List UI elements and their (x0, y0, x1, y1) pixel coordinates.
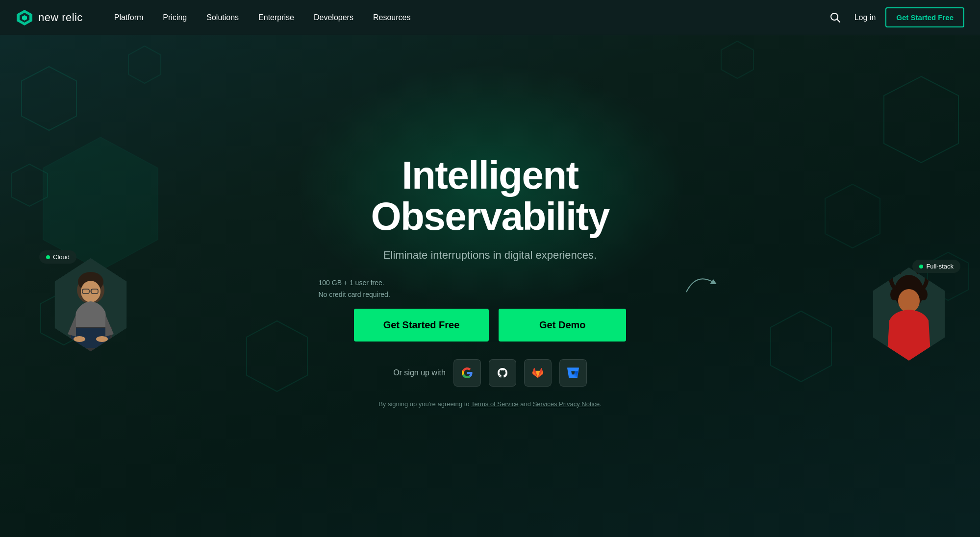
get-demo-button[interactable]: Get Demo (499, 309, 626, 342)
nav-solutions[interactable]: Solutions (199, 9, 247, 26)
nav-get-started-button[interactable]: Get Started Free (885, 7, 964, 27)
svg-point-32 (890, 289, 898, 300)
person-right-label: Full-stack (912, 260, 960, 273)
hex-deco-7 (823, 182, 882, 250)
hex-deco-5 (769, 310, 833, 383)
svg-marker-6 (11, 164, 48, 206)
search-icon (830, 12, 841, 23)
bitbucket-signup-button[interactable] (559, 359, 587, 387)
navbar: new relic Platform Pricing Solutions Ent… (0, 0, 980, 35)
person-right-avatar (867, 268, 951, 361)
svg-marker-34 (710, 279, 717, 284)
nav-resources[interactable]: Resources (365, 9, 418, 26)
get-started-button[interactable]: Get Started Free (354, 309, 489, 342)
signup-label: Or sign up with (393, 368, 446, 377)
hero-section: Cloud (0, 35, 980, 537)
hero-content: Intelligent Observability Eliminate inte… (279, 155, 701, 408)
hero-subtitle: Eliminate interruptions in digital exper… (279, 249, 701, 262)
dot-icon-right (919, 265, 923, 268)
hex-deco-1 (20, 65, 78, 132)
cta-buttons: Get Started Free Get Demo (279, 309, 701, 342)
hero-note-line1: 100 GB + 1 user free. No credit card req… (319, 277, 701, 301)
gitlab-icon (532, 367, 544, 379)
person-right-photo (867, 268, 951, 361)
gitlab-signup-button[interactable] (524, 359, 552, 387)
login-link[interactable]: Log in (854, 13, 876, 22)
privacy-link[interactable]: Services Privacy Notice (533, 400, 600, 408)
person-left-photo (49, 258, 132, 351)
nav-developers[interactable]: Developers (306, 9, 361, 26)
logo-link[interactable]: new relic (16, 9, 83, 26)
nav-links: Platform Pricing Solutions Enterprise De… (106, 9, 826, 26)
hex-deco-6 (882, 74, 960, 165)
hex-deco-9 (127, 45, 162, 84)
search-button[interactable] (826, 8, 845, 27)
svg-line-4 (837, 19, 840, 22)
signup-section: Or sign up with (279, 359, 701, 387)
google-icon (461, 367, 473, 379)
svg-marker-10 (884, 76, 958, 163)
terms-link[interactable]: Terms of Service (471, 400, 519, 408)
svg-point-26 (74, 336, 85, 342)
github-signup-button[interactable] (489, 359, 516, 387)
svg-marker-13 (128, 46, 161, 83)
svg-marker-5 (22, 67, 76, 130)
nav-platform[interactable]: Platform (106, 9, 151, 26)
bitbucket-icon (567, 367, 579, 379)
nav-actions: Log in Get Started Free (826, 7, 964, 27)
svg-point-19 (81, 281, 101, 302)
svg-point-33 (920, 289, 928, 300)
svg-marker-9 (771, 311, 831, 382)
logo-text: new relic (38, 11, 83, 24)
github-icon (497, 367, 508, 379)
google-signup-button[interactable] (453, 359, 481, 387)
dot-icon-left (46, 255, 50, 259)
curved-arrow-icon (681, 268, 721, 297)
svg-point-30 (898, 289, 920, 313)
nav-enterprise[interactable]: Enterprise (251, 9, 302, 26)
terms-text: By signing up you're agreeing to Terms o… (368, 400, 613, 408)
svg-marker-11 (825, 184, 880, 248)
svg-marker-14 (721, 41, 754, 78)
person-right: Full-stack (867, 268, 951, 361)
nav-pricing[interactable]: Pricing (155, 9, 195, 26)
person-left-label: Cloud (39, 250, 76, 264)
logo-icon (16, 9, 33, 26)
svg-point-27 (96, 336, 108, 342)
person-left: Cloud (49, 258, 132, 351)
person-left-avatar (49, 258, 132, 351)
hex-deco-10 (720, 40, 754, 79)
hero-title: Intelligent Observability (279, 155, 701, 237)
hex-deco-2 (10, 163, 49, 208)
